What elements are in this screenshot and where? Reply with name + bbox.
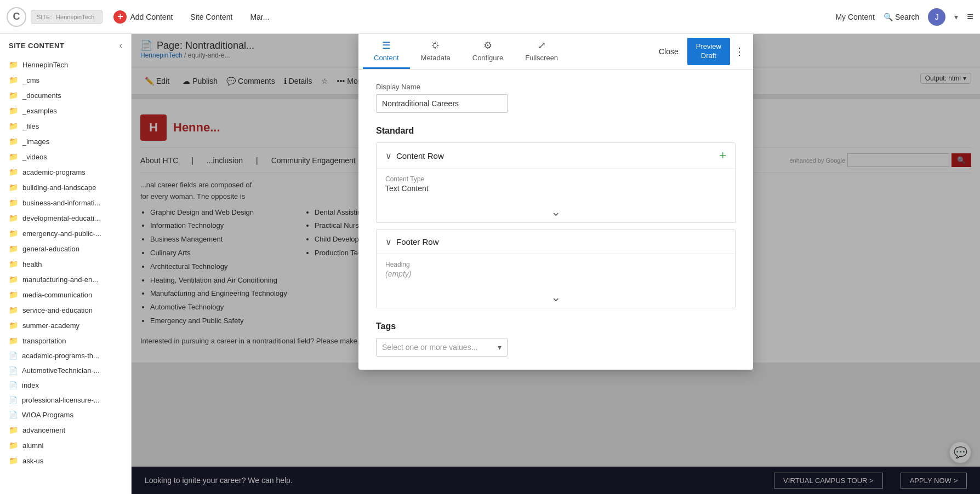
sidebar: SITE CONTENT ‹ 📁 HennepinTech 📁 _cms 📁 _… bbox=[0, 34, 132, 494]
content-modal: ☰ Content ⛭ Metadata ⚙ Configure ⤢ Fulls… bbox=[358, 34, 753, 370]
sidebar-item-files[interactable]: 📁 _files bbox=[0, 118, 131, 134]
chevron-down-icon: ∨ bbox=[385, 151, 392, 161]
my-content-button[interactable]: My Content bbox=[835, 13, 875, 21]
hamburger-button[interactable]: ≡ bbox=[967, 10, 973, 23]
sidebar-item-ask-us[interactable]: 📁 ask-us bbox=[0, 453, 131, 468]
tags-section: Tags Select one or more values... ▾ bbox=[376, 321, 736, 357]
modal-body: Display Name Standard ∨ Content Row + Co… bbox=[358, 70, 753, 370]
tags-placeholder: Select one or more values... bbox=[382, 343, 477, 352]
sidebar-item-label: _images bbox=[22, 137, 122, 146]
sidebar-item-hennepintech[interactable]: 📁 HennepinTech bbox=[0, 57, 131, 72]
sidebar-item-label: ask-us bbox=[22, 457, 122, 465]
sidebar-header: SITE CONTENT ‹ bbox=[0, 34, 131, 57]
sidebar-item-images[interactable]: 📁 _images bbox=[0, 134, 131, 149]
sidebar-item-service[interactable]: 📁 service-and-education bbox=[0, 302, 131, 318]
folder-icon: 📁 bbox=[9, 456, 18, 465]
footer-row-expand-button[interactable]: ⌄ bbox=[377, 287, 735, 308]
sidebar-item-label: index bbox=[22, 381, 122, 389]
sidebar-item-examples[interactable]: 📁 _examples bbox=[0, 103, 131, 118]
search-label: Search bbox=[895, 13, 919, 21]
sidebar-item-label: _videos bbox=[22, 153, 122, 161]
sidebar-item-wioa[interactable]: 📄 WIOA Programs bbox=[0, 407, 131, 422]
modal-more-button[interactable]: ⋮ bbox=[730, 41, 749, 62]
file-icon: 📄 bbox=[9, 411, 18, 419]
top-nav: C SITE: HennepinTech + Add Content Site … bbox=[0, 0, 980, 34]
tab-fullscreen-label: Fullscreen bbox=[525, 54, 558, 62]
folder-icon: 📁 bbox=[9, 198, 18, 207]
sidebar-item-advancement[interactable]: 📁 advancement bbox=[0, 422, 131, 438]
sidebar-item-emergency[interactable]: 📁 emergency-and-public-... bbox=[0, 226, 131, 241]
sidebar-item-label: summer-academy bbox=[22, 321, 122, 330]
content-type-label: Content Type bbox=[385, 175, 726, 183]
sidebar-item-label: _cms bbox=[22, 76, 122, 84]
site-content-button[interactable]: Site Content bbox=[184, 9, 239, 25]
tab-metadata[interactable]: ⛭ Metadata bbox=[410, 35, 461, 69]
add-content-label: Add Content bbox=[130, 13, 173, 21]
content-type-value: Text Content bbox=[385, 184, 726, 193]
sidebar-item-alumni[interactable]: 📁 alumni bbox=[0, 438, 131, 453]
preview-draft-button[interactable]: Preview Draft bbox=[687, 38, 730, 65]
fullscreen-tab-icon: ⤢ bbox=[538, 39, 546, 51]
tab-content[interactable]: ☰ Content bbox=[363, 34, 410, 69]
folder-icon: 📁 bbox=[9, 122, 18, 130]
tab-configure-label: Configure bbox=[472, 54, 503, 62]
sidebar-toggle-button[interactable]: ‹ bbox=[119, 41, 122, 50]
footer-row-accordion-header[interactable]: ∨ Footer Row bbox=[377, 230, 735, 254]
sidebar-item-label: WIOA Programs bbox=[22, 411, 122, 419]
sidebar-item-automotive[interactable]: 📄 AutomotiveTechnician-... bbox=[0, 363, 131, 378]
content-row-body: Content Type Text Content bbox=[377, 168, 735, 202]
plus-circle-icon: + bbox=[113, 10, 127, 24]
modal-close-button[interactable]: Close bbox=[650, 43, 687, 60]
folder-icon: 📁 bbox=[9, 290, 18, 299]
folder-icon: 📁 bbox=[9, 229, 18, 238]
sidebar-item-label: alumni bbox=[22, 441, 122, 450]
search-icon: 🔍 bbox=[884, 13, 893, 21]
sidebar-item-videos[interactable]: 📁 _videos bbox=[0, 149, 131, 164]
display-name-input[interactable] bbox=[376, 94, 508, 113]
sidebar-item-general-education[interactable]: 📁 general-education bbox=[0, 241, 131, 256]
site-badge[interactable]: SITE: HennepinTech bbox=[31, 10, 102, 24]
sidebar-item-label: academic-programs bbox=[22, 168, 122, 176]
search-button[interactable]: 🔍 Search bbox=[884, 13, 919, 21]
content-row-accordion-header[interactable]: ∨ Content Row + bbox=[377, 143, 735, 168]
sidebar-item-building[interactable]: 📁 building-and-landscape bbox=[0, 180, 131, 195]
main-layout: SITE CONTENT ‹ 📁 HennepinTech 📁 _cms 📁 _… bbox=[0, 34, 980, 494]
sidebar-item-label: academic-programs-th... bbox=[22, 352, 122, 360]
tab-configure[interactable]: ⚙ Configure bbox=[461, 34, 514, 69]
folder-icon: 📁 bbox=[9, 275, 18, 284]
add-content-button[interactable]: + Add Content bbox=[107, 7, 179, 27]
sidebar-item-index[interactable]: 📄 index bbox=[0, 378, 131, 393]
tags-label: Tags bbox=[376, 321, 736, 331]
sidebar-item-label: HennepinTech bbox=[22, 61, 122, 69]
sidebar-item-documents[interactable]: 📁 _documents bbox=[0, 88, 131, 103]
sidebar-item-professional[interactable]: 📄 professional-licensure-... bbox=[0, 393, 131, 407]
user-avatar[interactable]: J bbox=[928, 8, 945, 26]
marketing-button[interactable]: Mar... bbox=[243, 9, 276, 25]
tab-content-label: Content bbox=[374, 54, 399, 62]
sidebar-item-health[interactable]: 📁 health bbox=[0, 256, 131, 272]
folder-icon: 📁 bbox=[9, 306, 18, 314]
tags-select-dropdown[interactable]: Select one or more values... ▾ bbox=[376, 338, 508, 357]
sidebar-item-developmental[interactable]: 📁 developmental-educati... bbox=[0, 210, 131, 226]
sidebar-item-media[interactable]: 📁 media-communication bbox=[0, 287, 131, 302]
sidebar-item-transportation[interactable]: 📁 transportation bbox=[0, 333, 131, 348]
folder-icon: 📁 bbox=[9, 183, 18, 192]
sidebar-item-summer[interactable]: 📁 summer-academy bbox=[0, 318, 131, 333]
sidebar-item-cms[interactable]: 📁 _cms bbox=[0, 72, 131, 88]
sidebar-item-academic-programs-file[interactable]: 📄 academic-programs-th... bbox=[0, 348, 131, 363]
content-tab-icon: ☰ bbox=[382, 39, 391, 51]
sidebar-item-label: business-and-informati... bbox=[22, 199, 122, 207]
sidebar-item-manufacturing[interactable]: 📁 manufacturing-and-en... bbox=[0, 272, 131, 287]
configure-tab-icon: ⚙ bbox=[483, 39, 492, 51]
tab-metadata-label: Metadata bbox=[421, 54, 451, 62]
sidebar-item-business[interactable]: 📁 business-and-informati... bbox=[0, 195, 131, 210]
chevron-down-icon: ▾ bbox=[498, 343, 502, 352]
content-row-expand-button[interactable]: ⌄ bbox=[377, 202, 735, 222]
tab-fullscreen[interactable]: ⤢ Fullscreen bbox=[514, 34, 569, 69]
sidebar-item-academic-programs[interactable]: 📁 academic-programs bbox=[0, 164, 131, 180]
folder-icon: 📁 bbox=[9, 336, 18, 345]
display-name-label: Display Name bbox=[376, 83, 736, 91]
sidebar-item-label: emergency-and-public-... bbox=[22, 229, 122, 238]
content-row-add-button[interactable]: + bbox=[719, 150, 726, 162]
chevron-down-icon: ⌄ bbox=[551, 290, 561, 305]
